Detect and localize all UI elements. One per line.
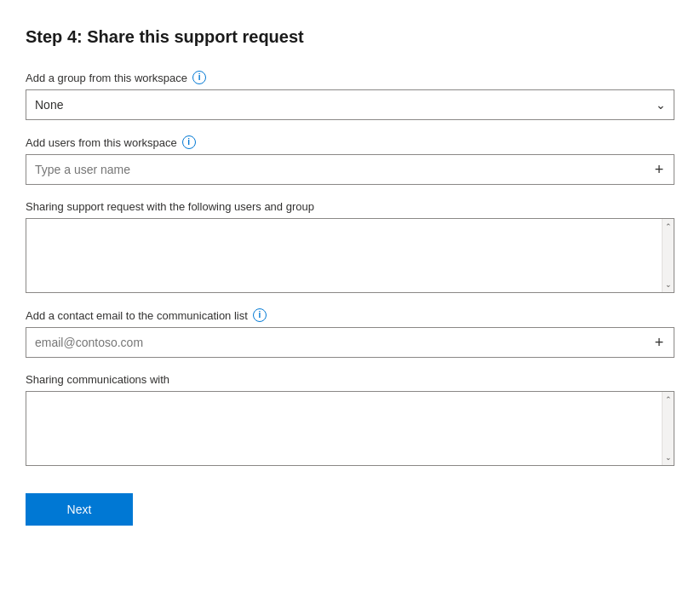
users-add-button[interactable]: + xyxy=(651,161,668,178)
group-info-icon[interactable]: i xyxy=(192,71,206,84)
email-field-label: Add a contact email to the communication… xyxy=(26,308,674,322)
sharing-comms-section: Sharing communications with ⌃ ⌄ xyxy=(26,373,674,466)
group-field-label: Add a group from this workspace i xyxy=(26,71,674,84)
email-add-button[interactable]: + xyxy=(651,334,668,351)
next-button[interactable]: Next xyxy=(26,493,133,526)
users-label-text: Add users from this workspace xyxy=(26,136,177,149)
scroll-up-arrow[interactable]: ⌃ xyxy=(663,221,674,233)
comms-scroll-up-arrow[interactable]: ⌃ xyxy=(663,394,674,405)
group-label-text: Add a group from this workspace xyxy=(26,72,187,84)
group-dropdown-wrapper: None ⌄ xyxy=(26,89,674,120)
comms-scroll-down-arrow[interactable]: ⌄ xyxy=(663,451,674,463)
users-input[interactable] xyxy=(26,154,674,185)
sharing-users-label: Sharing support request with the followi… xyxy=(26,200,674,213)
sharing-users-box[interactable]: ⌃ ⌄ xyxy=(26,218,674,293)
footer: Next xyxy=(26,481,674,526)
email-input[interactable] xyxy=(26,327,674,358)
sharing-comms-scrollbar[interactable]: ⌃ ⌄ xyxy=(662,392,674,465)
sharing-comms-label: Sharing communications with xyxy=(26,373,674,386)
email-info-icon[interactable]: i xyxy=(253,308,267,322)
sharing-comms-box[interactable]: ⌃ ⌄ xyxy=(26,391,674,466)
users-section: Add users from this workspace i + xyxy=(26,135,674,185)
page-title: Step 4: Share this support request xyxy=(26,27,674,47)
sharing-users-scrollbar[interactable]: ⌃ ⌄ xyxy=(662,219,674,292)
sharing-users-section: Sharing support request with the followi… xyxy=(26,200,674,293)
group-section: Add a group from this workspace i None ⌄ xyxy=(26,71,674,120)
email-input-wrapper: + xyxy=(26,327,674,358)
scroll-down-arrow[interactable]: ⌄ xyxy=(663,279,674,290)
users-input-wrapper: + xyxy=(26,154,674,185)
users-info-icon[interactable]: i xyxy=(182,135,196,149)
email-section: Add a contact email to the communication… xyxy=(26,308,674,358)
group-dropdown[interactable]: None xyxy=(26,89,674,120)
users-field-label: Add users from this workspace i xyxy=(26,135,674,149)
email-label-text: Add a contact email to the communication… xyxy=(26,309,248,322)
